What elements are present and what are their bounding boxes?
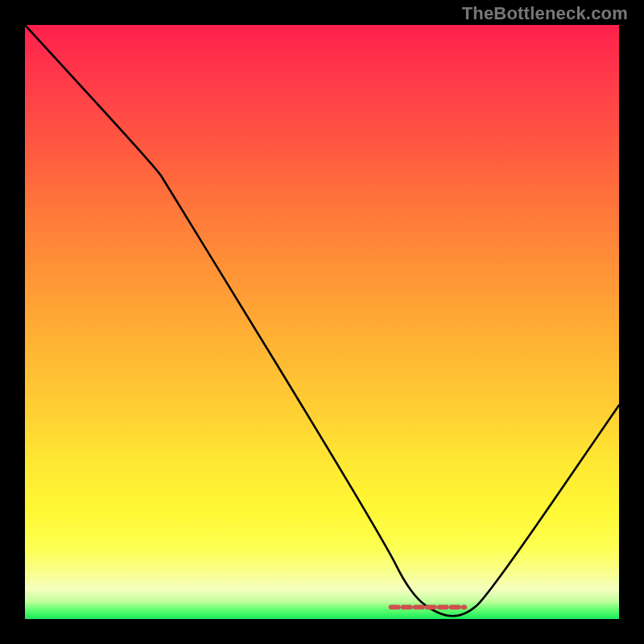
chart-background-gradient bbox=[25, 25, 619, 619]
bottleneck-curve-path bbox=[25, 25, 619, 616]
watermark-text: TheBottleneck.com bbox=[462, 3, 628, 24]
chart-curve bbox=[25, 25, 619, 619]
chart-frame: TheBottleneck.com bbox=[0, 0, 644, 644]
